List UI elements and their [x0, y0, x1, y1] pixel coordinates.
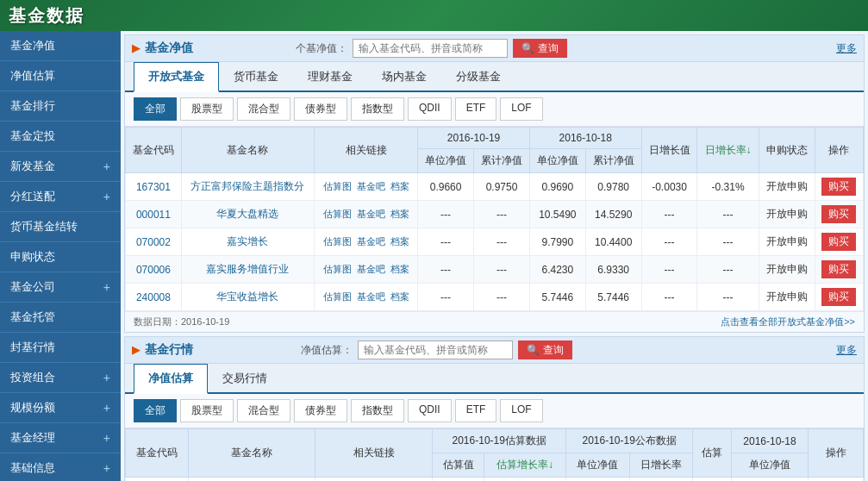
- link-档案[interactable]: 档案: [390, 208, 409, 221]
- th-date-1019: 2016-10-19: [418, 128, 530, 149]
- fund-nav-view-all[interactable]: 点击查看全部开放式基金净值>>: [721, 315, 855, 328]
- fund-nav-more[interactable]: 更多: [836, 41, 857, 56]
- buy-btn[interactable]: 购买: [821, 178, 856, 196]
- fund-market-subtab-LOF[interactable]: LOF: [500, 399, 542, 422]
- link-档案[interactable]: 档案: [390, 180, 409, 193]
- fund-code-link[interactable]: 167301: [136, 181, 171, 193]
- fund-nav-tab-开放式基金[interactable]: 开放式基金: [134, 62, 219, 92]
- fund-nav-subtab-混合型[interactable]: 混合型: [237, 97, 290, 121]
- link-基金吧[interactable]: 基金吧: [357, 235, 385, 248]
- fund-market-subtab-QDII[interactable]: QDII: [408, 399, 452, 422]
- buy-btn[interactable]: 购买: [821, 260, 856, 278]
- link-估算图[interactable]: 估算图: [323, 290, 352, 303]
- sidebar-item-申购状态[interactable]: 申购状态: [0, 242, 121, 272]
- fund-name-cell: 华夏大盘精选: [181, 201, 314, 228]
- app-wrapper: 基金数据 基金净值净值估算基金排行基金定投新发基金+分红送配+货币基金结转申购状…: [0, 0, 868, 481]
- sidebar-item-货币基金结转[interactable]: 货币基金结转: [0, 212, 121, 242]
- sidebar-item-封基行情[interactable]: 封基行情: [0, 333, 121, 363]
- nav-1019-cell: ---: [418, 256, 474, 284]
- fund-nav-subtab-指数型[interactable]: 指数型: [351, 97, 404, 121]
- fund-name-link[interactable]: 嘉实服务增值行业: [206, 263, 289, 275]
- sidebar-item-基金定投[interactable]: 基金定投: [0, 122, 121, 152]
- nav-1018-cell: 0.9690: [529, 173, 585, 201]
- buy-cell: 购买: [815, 173, 863, 201]
- sidebar-item-基础信息[interactable]: 基础信息+: [0, 453, 121, 481]
- fund-nav-subtab-股票型[interactable]: 股票型: [180, 97, 234, 121]
- status-cell: 开放申购: [759, 173, 815, 201]
- fund-nav-search-group: 个基净值： 🔍 查询 更多: [296, 39, 857, 58]
- fund-nav-footer: 数据日期：2016-10-19 点击查看全部开放式基金净值>>: [125, 311, 864, 332]
- fund-nav-subtab-债券型[interactable]: 债券型: [294, 97, 347, 121]
- fund-name-link[interactable]: 嘉实增长: [227, 235, 268, 247]
- link-档案[interactable]: 档案: [390, 235, 409, 248]
- sidebar-item-基金经理[interactable]: 基金经理+: [0, 423, 121, 453]
- sidebar-label: 新发基金: [10, 159, 55, 174]
- sidebar-item-基金托管[interactable]: 基金托管: [0, 303, 121, 333]
- table-row: 167301 方正富邦保险主题指数分 估算图基金吧档案 0.9660 0.975…: [126, 173, 864, 201]
- sidebar-item-规模份额[interactable]: 规模份额+: [0, 393, 121, 423]
- sidebar-item-净值估算[interactable]: 净值估算: [0, 61, 121, 91]
- fund-market-table-wrapper: 基金代码 基金名称 相关链接 2016-10-19估算数据 2016-10-19…: [125, 428, 864, 481]
- fund-market-subtab-全部[interactable]: 全部: [134, 399, 177, 422]
- sidebar-item-分红送配[interactable]: 分红送配+: [0, 182, 121, 212]
- fund-market-tab-净值估算[interactable]: 净值估算: [134, 364, 208, 394]
- fund-nav-subtab-全部[interactable]: 全部: [134, 97, 177, 121]
- fund-nav-subtab-ETF[interactable]: ETF: [455, 97, 497, 121]
- link-估算图[interactable]: 估算图: [323, 235, 352, 248]
- fund-name-link[interactable]: 华宝收益增长: [216, 290, 278, 303]
- link-估算图[interactable]: 估算图: [323, 208, 352, 221]
- fund-market-more[interactable]: 更多: [836, 343, 857, 358]
- fund-market-subtab-混合型[interactable]: 混合型: [237, 399, 290, 422]
- fund-nav-search-btn[interactable]: 🔍 查询: [513, 39, 567, 58]
- buy-btn[interactable]: 购买: [821, 233, 856, 251]
- fund-nav-tab-理财基金[interactable]: 理财基金: [293, 62, 367, 92]
- link-估算图[interactable]: 估算图: [323, 180, 352, 193]
- fund-market-subtab-债券型[interactable]: 债券型: [294, 399, 347, 422]
- sidebar-item-基金公司[interactable]: 基金公司+: [0, 272, 121, 303]
- link-基金吧[interactable]: 基金吧: [357, 290, 385, 303]
- fund-code-link[interactable]: 000011: [136, 209, 171, 221]
- fund-market-tab-交易行情[interactable]: 交易行情: [208, 364, 282, 394]
- fund-code-link[interactable]: 240008: [136, 291, 171, 303]
- fund-name-link[interactable]: 方正富邦保险主题指数分: [190, 180, 304, 192]
- fund-code-link[interactable]: 070006: [136, 264, 171, 276]
- fund-nav-tab-货币基金[interactable]: 货币基金: [219, 62, 293, 92]
- link-档案[interactable]: 档案: [390, 263, 409, 276]
- fund-nav-title-group: ▶ 基金净值: [132, 41, 193, 56]
- fund-name-cell: 华宝收益增长: [181, 284, 314, 311]
- fund-market-subtab-指数型[interactable]: 指数型: [351, 399, 404, 422]
- buy-cell: 购买: [815, 284, 863, 311]
- link-档案[interactable]: 档案: [390, 290, 409, 303]
- fund-nav-subtab-QDII[interactable]: QDII: [408, 97, 452, 121]
- mfund-name-cell: 汇添富香港混合(QDI: [189, 478, 315, 482]
- link-基金吧[interactable]: 基金吧: [357, 180, 385, 193]
- cum-1019-cell: ---: [474, 256, 530, 284]
- fund-nav-tab-分级基金[interactable]: 分级基金: [441, 62, 515, 92]
- buy-btn[interactable]: 购买: [821, 205, 856, 223]
- cum-1018-cell: 0.9780: [585, 173, 641, 201]
- link-基金吧[interactable]: 基金吧: [357, 263, 385, 276]
- fund-name-link[interactable]: 华夏大盘精选: [216, 208, 278, 220]
- buy-btn[interactable]: 购买: [821, 288, 856, 306]
- fund-market-subtab-ETF[interactable]: ETF: [455, 399, 497, 422]
- fund-nav-subtab-LOF[interactable]: LOF: [500, 97, 542, 121]
- fund-code-link[interactable]: 070002: [136, 236, 171, 248]
- sidebar-item-投资组合[interactable]: 投资组合+: [0, 363, 121, 393]
- fund-code-cell: 167301: [126, 173, 182, 201]
- daily-rate-cell: ---: [697, 228, 759, 256]
- nav-1018-cell: 6.4230: [529, 256, 585, 284]
- link-估算图[interactable]: 估算图: [323, 263, 352, 276]
- mth-1018: 2016-10-18: [731, 429, 808, 453]
- sidebar: 基金净值净值估算基金排行基金定投新发基金+分红送配+货币基金结转申购状态基金公司…: [0, 31, 121, 481]
- mth-code: 基金代码: [126, 429, 189, 478]
- sidebar-item-基金净值[interactable]: 基金净值: [0, 31, 121, 61]
- fund-market-search-btn[interactable]: 🔍 查询: [518, 340, 572, 359]
- sidebar-item-新发基金[interactable]: 新发基金+: [0, 152, 121, 182]
- fund-market-input[interactable]: [358, 340, 513, 359]
- link-基金吧[interactable]: 基金吧: [357, 208, 385, 221]
- fund-market-subtab-股票型[interactable]: 股票型: [180, 399, 234, 422]
- fund-nav-tab-场内基金[interactable]: 场内基金: [367, 62, 441, 92]
- fund-nav-input[interactable]: [353, 39, 508, 58]
- fund-market-title: 基金行情: [145, 342, 193, 358]
- sidebar-item-基金排行[interactable]: 基金排行: [0, 91, 121, 122]
